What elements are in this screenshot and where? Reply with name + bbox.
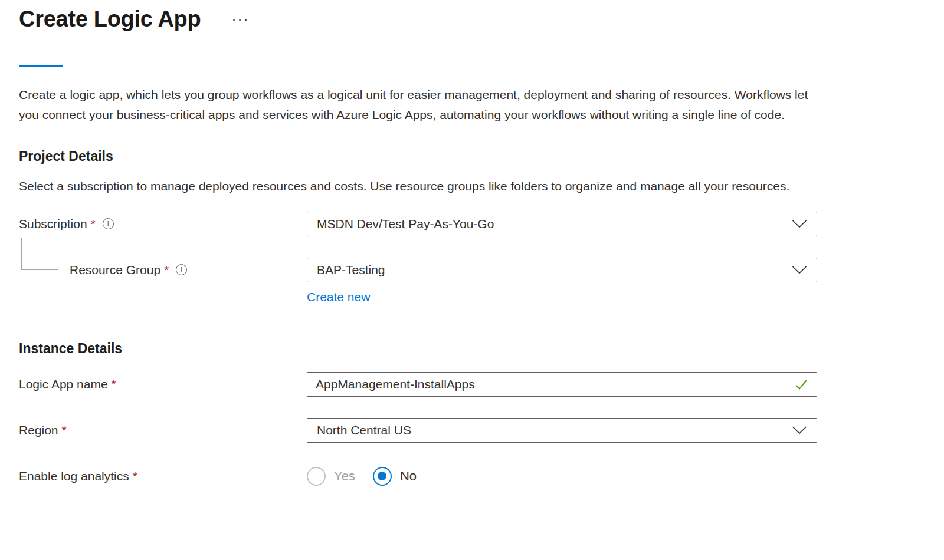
resource-group-required-asterisk: * — [164, 263, 169, 277]
enable-log-analytics-field-cell: Yes No — [307, 464, 817, 489]
region-row: Region * North Central US — [19, 418, 944, 443]
radio-circle-icon — [373, 467, 392, 486]
checkmark-icon — [794, 377, 808, 391]
active-tab-indicator — [19, 65, 63, 67]
create-logic-app-page: Create Logic App ··· Create a logic app,… — [0, 0, 944, 489]
radio-option-yes[interactable]: Yes — [307, 467, 355, 486]
radio-label-no: No — [400, 469, 417, 484]
region-field-cell: North Central US — [307, 418, 817, 443]
info-icon[interactable]: i — [176, 264, 187, 275]
intro-text: Create a logic app, which lets you group… — [19, 85, 817, 125]
chevron-down-icon — [792, 426, 807, 434]
subscription-label: Subscription — [19, 217, 87, 231]
project-details-description: Select a subscription to manage deployed… — [19, 176, 817, 196]
resource-group-label-cell: Resource Group * i — [19, 258, 307, 282]
radio-label-yes: Yes — [334, 469, 355, 484]
logic-app-name-label-cell: Logic App name * — [19, 372, 307, 397]
page-header: Create Logic App ··· — [19, 0, 944, 33]
region-required-asterisk: * — [62, 423, 67, 437]
resource-group-label: Resource Group — [70, 263, 160, 277]
region-label-cell: Region * — [19, 418, 307, 443]
create-form: Subscription * i MSDN Dev/Test Pay-As-Yo… — [19, 212, 944, 304]
logic-app-name-required-asterisk: * — [112, 377, 116, 391]
logic-app-name-input[interactable] — [316, 377, 787, 391]
region-value: North Central US — [317, 423, 411, 437]
region-label: Region — [19, 423, 58, 437]
ellipsis-icon: ··· — [231, 11, 249, 27]
subscription-required-asterisk: * — [91, 217, 96, 231]
logic-app-name-field — [307, 372, 817, 397]
instance-details-heading: Instance Details — [19, 341, 944, 357]
logic-app-name-field-cell — [307, 372, 817, 397]
create-new-link[interactable]: Create new — [307, 290, 370, 304]
region-dropdown[interactable]: North Central US — [307, 418, 817, 443]
radio-circle-icon — [307, 467, 326, 486]
logic-app-name-row: Logic App name * — [19, 372, 944, 397]
subscription-label-cell: Subscription * i — [19, 212, 307, 236]
enable-log-analytics-radio-group: Yes No — [307, 464, 817, 489]
radio-option-no[interactable]: No — [373, 467, 417, 486]
info-icon[interactable]: i — [103, 218, 114, 229]
instance-form: Logic App name * Region * North Cen — [19, 372, 944, 489]
more-options-button[interactable]: ··· — [231, 12, 249, 26]
subscription-field-cell: MSDN Dev/Test Pay-As-You-Go — [307, 212, 817, 236]
logic-app-name-label: Logic App name — [19, 377, 108, 391]
chevron-down-icon — [792, 219, 807, 228]
resource-group-field-cell: BAP-Testing Create new — [307, 258, 817, 304]
resource-group-value: BAP-Testing — [317, 263, 385, 277]
subscription-dropdown[interactable]: MSDN Dev/Test Pay-As-You-Go — [307, 212, 817, 236]
subscription-value: MSDN Dev/Test Pay-As-You-Go — [317, 217, 494, 231]
subscription-row: Subscription * i MSDN Dev/Test Pay-As-Yo… — [19, 212, 944, 236]
chevron-down-icon — [792, 265, 807, 274]
resource-group-row: Resource Group * i BAP-Testing Create ne… — [19, 258, 944, 304]
enable-log-analytics-label: Enable log analytics — [19, 469, 129, 483]
enable-log-analytics-required-asterisk: * — [133, 469, 137, 483]
resource-group-dropdown[interactable]: BAP-Testing — [307, 258, 817, 282]
enable-log-analytics-label-cell: Enable log analytics * — [19, 464, 307, 489]
project-details-heading: Project Details — [19, 149, 944, 164]
page-title: Create Logic App — [14, 6, 201, 33]
enable-log-analytics-row: Enable log analytics * Yes No — [19, 464, 944, 489]
